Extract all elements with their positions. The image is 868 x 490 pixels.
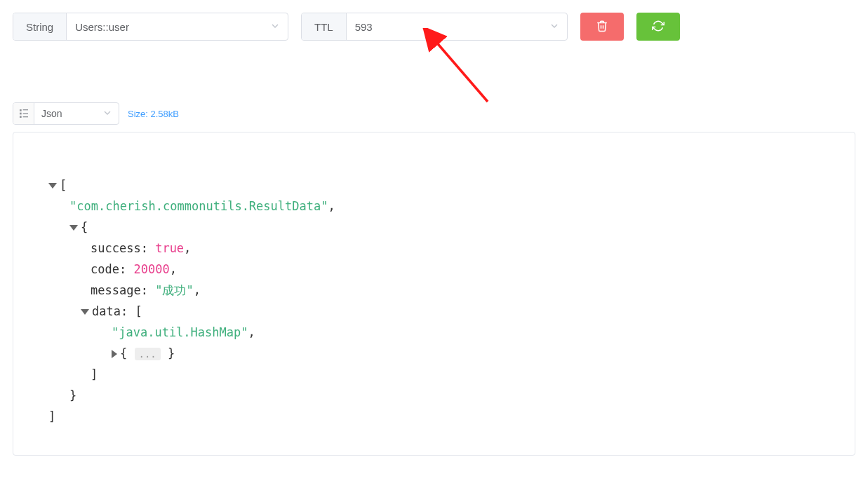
- expand-toggle-icon[interactable]: [112, 350, 117, 358]
- json-line: }: [48, 385, 820, 406]
- json-key: code: [91, 262, 119, 276]
- refresh-button[interactable]: [636, 13, 680, 41]
- json-line: message: "成功",: [48, 280, 820, 301]
- svg-rect-3: [20, 116, 22, 118]
- key-input-wrap: [67, 13, 288, 40]
- json-key: success: [91, 241, 141, 255]
- brace-close: }: [69, 388, 76, 402]
- colon: :: [121, 304, 128, 318]
- meta-row: Json Size: 2.58kB: [13, 102, 855, 125]
- brace-close: }: [168, 346, 175, 360]
- svg-rect-2: [20, 113, 22, 115]
- comma: ,: [194, 283, 201, 297]
- ttl-input-wrap: [347, 13, 567, 40]
- comma: ,: [170, 262, 177, 276]
- colon: :: [141, 241, 148, 255]
- view-mode-select[interactable]: Json: [13, 102, 119, 125]
- svg-rect-6: [22, 116, 27, 117]
- annotation-arrow: [410, 28, 509, 112]
- json-line[interactable]: data: [: [48, 301, 820, 322]
- json-string: "java.util.HashMap": [112, 325, 248, 339]
- json-value: true: [155, 241, 184, 255]
- json-line[interactable]: [: [48, 175, 820, 196]
- bracket-open: [: [135, 304, 142, 318]
- ttl-group: TTL: [301, 13, 568, 41]
- json-line: code: 20000,: [48, 259, 820, 280]
- chevron-down-icon: [102, 107, 113, 121]
- json-line[interactable]: { ... }: [48, 343, 820, 364]
- json-line: ]: [48, 364, 820, 385]
- comma: ,: [184, 241, 191, 255]
- json-line: ]: [48, 406, 820, 427]
- json-line: "com.cherish.commonutils.ResultData",: [48, 196, 820, 217]
- colon: :: [119, 262, 126, 276]
- json-viewer: [ "com.cherish.commonutils.ResultData", …: [13, 132, 855, 456]
- json-line: success: true,: [48, 238, 820, 259]
- tree-icon: [13, 103, 34, 124]
- header-toolbar: String TTL: [13, 13, 855, 41]
- svg-line-0: [435, 41, 488, 102]
- json-key: data: [92, 304, 121, 318]
- brace-open: {: [120, 346, 127, 360]
- ttl-label: TTL: [302, 13, 347, 40]
- json-value: 20000: [133, 262, 169, 276]
- svg-rect-5: [22, 113, 27, 114]
- key-group: String: [13, 13, 288, 41]
- collapse-toggle-icon[interactable]: [81, 309, 89, 315]
- ellipsis: ...: [135, 348, 161, 360]
- json-string: "com.cherish.commonutils.ResultData": [69, 199, 328, 213]
- json-line[interactable]: {: [48, 217, 820, 238]
- key-input[interactable]: [74, 13, 281, 40]
- colon: :: [141, 283, 148, 297]
- view-mode-value: Json: [34, 103, 119, 124]
- trash-icon: [596, 20, 608, 34]
- json-value: "成功": [155, 283, 193, 297]
- delete-button[interactable]: [580, 13, 624, 41]
- collapse-toggle-icon[interactable]: [48, 183, 57, 189]
- json-key: message: [91, 283, 141, 297]
- view-mode-label: Json: [41, 108, 62, 119]
- bracket-close: ]: [91, 367, 98, 381]
- ttl-input[interactable]: [354, 13, 560, 40]
- type-label: String: [13, 13, 67, 40]
- refresh-icon: [652, 20, 665, 34]
- bracket-open: [: [60, 178, 67, 192]
- collapse-toggle-icon[interactable]: [69, 225, 78, 231]
- svg-rect-1: [20, 109, 22, 111]
- json-line: "java.util.HashMap",: [48, 322, 820, 343]
- size-label: Size: 2.58kB: [128, 109, 179, 119]
- comma: ,: [248, 325, 255, 339]
- brace-open: {: [81, 220, 88, 234]
- svg-rect-4: [22, 109, 27, 110]
- bracket-close: ]: [48, 409, 55, 423]
- comma: ,: [328, 199, 335, 213]
